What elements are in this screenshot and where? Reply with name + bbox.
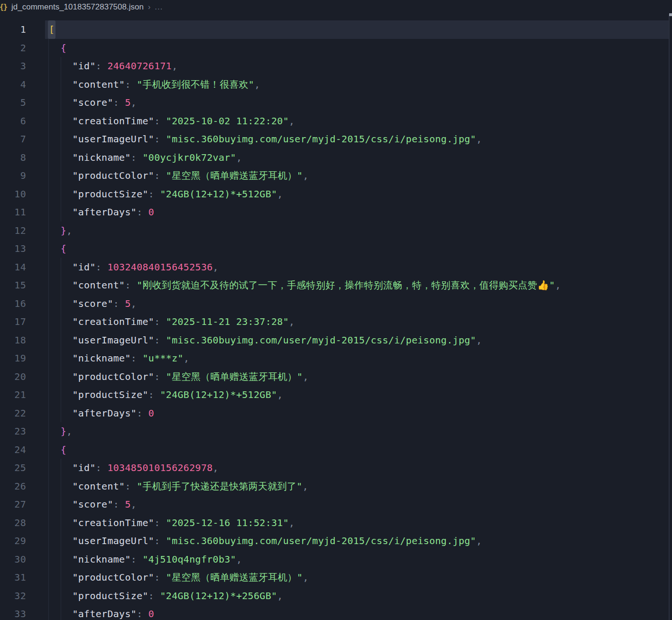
code-line[interactable]: 3 "id": 24640726171, [0,57,672,75]
code-line[interactable]: 4 "content": "手机收到很不错！很喜欢", [0,75,672,94]
breadcrumb-filename[interactable]: jd_comments_10183572837508.json [11,2,144,12]
code-token [49,243,61,254]
code-line-content: [ [26,20,55,39]
breadcrumb[interactable]: {} jd_comments_10183572837508.json › ... [0,0,672,14]
code-line[interactable]: 30 "nickname": "4j510q4ngfr0b3", [0,550,672,569]
code-line[interactable]: 28 "creationTime": "2025-12-16 11:52:31"… [0,514,672,532]
code-line-content: { [26,240,66,258]
code-token: : [137,407,148,419]
code-token: , [213,462,219,473]
code-line[interactable]: 15 "content": "刚收到货就迫不及待的试了一下，手感特别好，操作特别… [0,276,672,295]
line-number: 23 [0,422,26,441]
code-line[interactable]: 26 "content": "手机到手了快递还是快第两天就到了", [0,477,672,496]
code-line[interactable]: 24 { [0,441,672,459]
code-line[interactable]: 2 { [0,39,672,57]
code-token: : [154,316,166,327]
code-token: : [154,133,166,145]
code-line[interactable]: 27 "score": 5, [0,495,672,514]
scrollbar-thumb[interactable] [669,13,672,16]
code-line-content: "afterDays": 0 [26,605,154,620]
code-token: , [277,188,283,200]
code-line[interactable]: 21 "productSize": "24GB(12+12)*+512GB", [0,386,672,404]
code-token: "creationTime" [72,517,154,528]
code-line[interactable]: 18 "userImageUrl": "misc.360buyimg.com/u… [0,331,672,350]
code-line[interactable]: 8 "nickname": "00ycjkr0k72var", [0,148,672,167]
code-token: "userImageUrl" [72,535,154,546]
code-token: "手机到手了快递还是快第两天就到了" [137,481,302,492]
code-token: : [125,481,137,492]
code-line[interactable]: 31 "productColor": "星空黑（晒单赠送蓝牙耳机）", [0,568,672,587]
code-line[interactable]: 14 "id": 103240840156452536, [0,258,672,277]
code-token: "userImageUrl" [72,133,154,145]
code-token: "u***z" [142,352,183,364]
code-line[interactable]: 22 "afterDays": 0 [0,404,672,423]
code-editor[interactable]: 1[2 {3 "id": 24640726171,4 "content": "手… [0,20,672,620]
code-line[interactable]: 23 }, [0,422,672,441]
code-line[interactable]: 32 "productSize": "24GB(12+12)*+256GB", [0,587,672,605]
code-token: "productColor" [72,371,154,382]
code-token: , [131,499,137,510]
code-token: : [148,590,160,601]
code-token: : [125,79,137,90]
code-token: : [96,60,108,72]
code-line[interactable]: 11 "afterDays": 0 [0,203,672,222]
code-token [49,517,72,528]
code-line[interactable]: 10 "productSize": "24GB(12+12)*+512GB", [0,185,672,204]
code-line[interactable]: 25 "id": 103485010156262978, [0,459,672,477]
line-number: 10 [0,185,26,204]
line-number: 3 [0,57,26,75]
code-token: , [303,572,308,583]
code-line[interactable]: 19 "nickname": "u***z", [0,349,672,368]
code-token: "id" [72,462,95,473]
code-token: "星空黑（晒单赠送蓝牙耳机）" [166,170,303,181]
code-token: : [154,535,166,546]
code-line[interactable]: 29 "userImageUrl": "misc.360buyimg.com/u… [0,532,672,550]
matched-bracket: [ [48,20,55,39]
code-token: , [236,152,242,163]
code-token: } [61,426,66,437]
code-line[interactable]: 6 "creationTime": "2025-10-02 11:22:20", [0,112,672,130]
code-line[interactable]: 5 "score": 5, [0,93,672,112]
line-number: 13 [0,240,26,258]
code-token: "afterDays" [72,608,137,620]
code-line[interactable]: 13 { [0,240,672,258]
code-token: "id" [72,60,95,72]
line-number: 4 [0,75,26,94]
code-token [49,152,72,163]
code-token: "nickname" [72,554,130,565]
code-line[interactable]: 12 }, [0,222,672,240]
code-line[interactable]: 33 "afterDays": 0 [0,605,672,620]
chevron-right-icon: › [148,3,150,11]
code-line-content: "nickname": "00ycjkr0k72var", [26,148,242,167]
code-token: 0 [148,206,154,218]
code-token: "score" [72,298,113,309]
code-line[interactable]: 9 "productColor": "星空黑（晒单赠送蓝牙耳机）", [0,167,672,185]
code-token: "misc.360buyimg.com/user/myjd-2015/css/i… [166,334,476,346]
minimap-divider [669,14,670,620]
code-token: , [236,554,242,565]
code-line-content: "productColor": "星空黑（晒单赠送蓝牙耳机）", [26,167,309,185]
code-line-content: "score": 5, [26,93,137,112]
code-line-content: "nickname": "4j510q4ngfr0b3", [26,550,242,569]
line-number: 32 [0,587,26,605]
code-token: : [154,517,166,528]
code-line-content: "userImageUrl": "misc.360buyimg.com/user… [26,331,482,350]
code-line[interactable]: 7 "userImageUrl": "misc.360buyimg.com/us… [0,130,672,148]
code-token: "24GB(12+12)*+512GB" [160,188,277,200]
code-token: : [131,352,143,364]
code-token [49,572,72,583]
code-token: , [303,481,308,492]
code-token: "productSize" [72,188,148,200]
code-line[interactable]: 20 "productColor": "星空黑（晒单赠送蓝牙耳机）", [0,368,672,386]
code-token [49,499,72,510]
line-number: 19 [0,349,26,368]
breadcrumb-ellipsis[interactable]: ... [155,2,163,12]
line-number: 18 [0,331,26,350]
line-number: 2 [0,39,26,57]
code-line[interactable]: 1[ [0,20,672,39]
code-line-content: "productColor": "星空黑（晒单赠送蓝牙耳机）", [26,368,309,386]
code-line[interactable]: 17 "creationTime": "2025-11-21 23:37:28"… [0,313,672,331]
code-token: , [131,298,137,309]
code-line-content: "afterDays": 0 [26,404,154,423]
code-line[interactable]: 16 "score": 5, [0,295,672,313]
